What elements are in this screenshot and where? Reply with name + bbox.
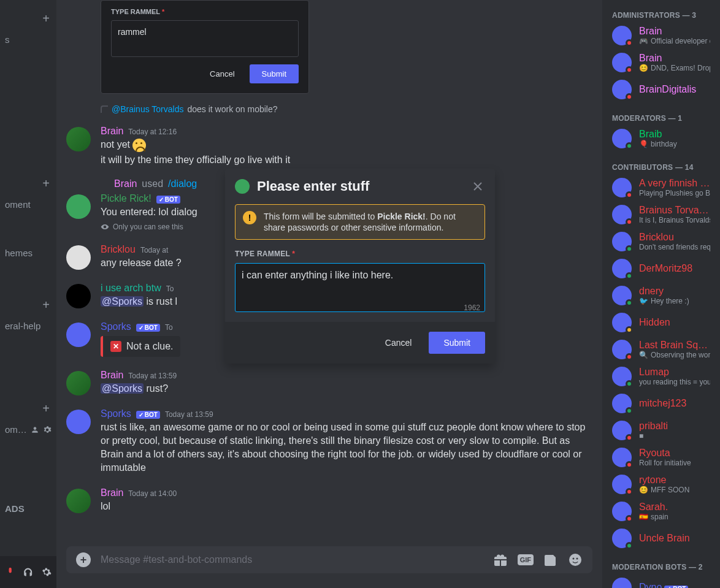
- modal-dialog: Please enter stuff ! This form will be s…: [225, 169, 495, 364]
- char-counter: 1962: [235, 301, 485, 312]
- app-avatar-icon: [235, 179, 250, 194]
- warning-icon: !: [243, 211, 256, 224]
- modal-title: Please enter stuff: [257, 178, 463, 194]
- cancel-button[interactable]: Cancel: [373, 332, 424, 354]
- warning-box: ! This form will be submitted to Pickle …: [235, 204, 485, 240]
- close-icon[interactable]: [470, 179, 485, 194]
- modal-backdrop: Please enter stuff ! This form will be s…: [0, 0, 720, 588]
- submit-button[interactable]: Submit: [429, 332, 485, 354]
- field-label: TYPE RAMMEL *: [235, 250, 485, 258]
